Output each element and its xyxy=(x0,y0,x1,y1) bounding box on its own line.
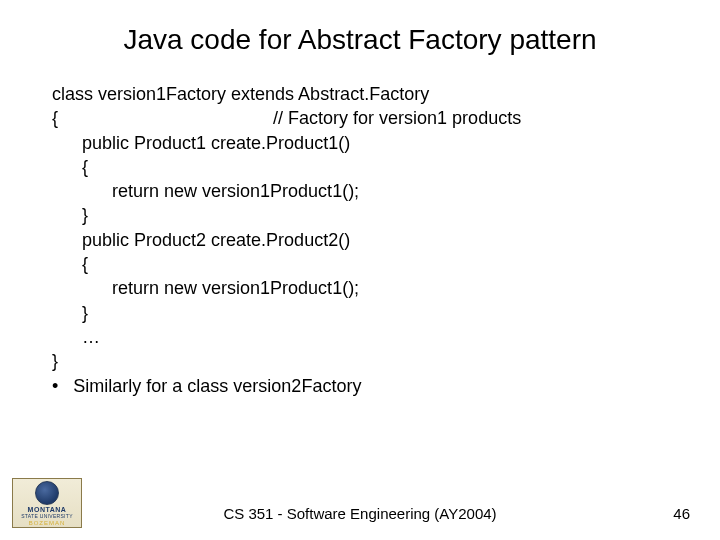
code-line: } xyxy=(52,303,88,323)
code-line: public Product2 create.Product2() xyxy=(52,230,350,250)
code-line: { xyxy=(52,254,88,274)
code-line: class version1Factory extends Abstract.F… xyxy=(52,84,429,104)
code-line: } xyxy=(52,205,88,225)
code-line: { xyxy=(52,157,88,177)
code-line: return new version1Product1(); xyxy=(52,278,359,298)
code-block: class version1Factory extends Abstract.F… xyxy=(52,82,662,398)
footer-course: CS 351 - Software Engineering (AY2004) xyxy=(0,505,720,522)
slide: Java code for Abstract Factory pattern c… xyxy=(0,0,720,540)
code-line: public Product1 create.Product1() xyxy=(52,133,350,153)
code-line: … xyxy=(52,327,100,347)
code-line: { // Factory for version1 products xyxy=(52,108,521,128)
slide-title: Java code for Abstract Factory pattern xyxy=(0,24,720,56)
code-line: } xyxy=(52,351,58,371)
code-line: return new version1Product1(); xyxy=(52,181,359,201)
logo-seal-icon xyxy=(35,481,59,505)
footer-page-number: 46 xyxy=(673,505,690,522)
bullet-text: Similarly for a class version2Factory xyxy=(58,376,361,396)
